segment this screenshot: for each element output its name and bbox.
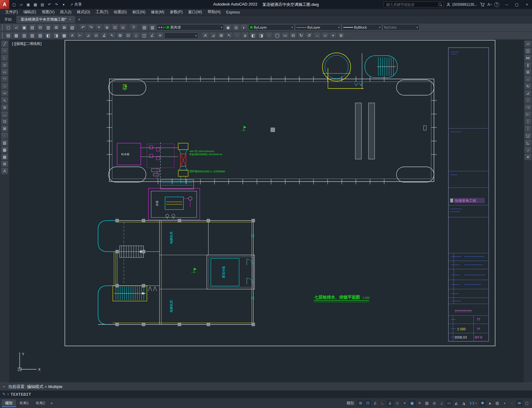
infer-constraints-icon[interactable]: ∠: [372, 400, 379, 406]
zoom-realtime-icon[interactable]: ⊕: [103, 24, 111, 31]
command-input-row[interactable]: ✎ ▾ TEXTEDIT: [0, 390, 532, 398]
list-icon[interactable]: ≣: [337, 32, 345, 39]
paste-icon[interactable]: ⊠: [61, 24, 68, 31]
point-style-icon[interactable]: ∙: [234, 32, 241, 39]
mirror-icon[interactable]: ⋈: [524, 55, 532, 61]
qnew-icon[interactable]: ▢: [11, 1, 18, 8]
layer-properties-icon[interactable]: ▤: [141, 24, 148, 31]
menu-dimension[interactable]: 标注(N): [130, 9, 148, 15]
layer-states-icon[interactable]: ▥: [149, 24, 156, 31]
quickcalc-icon[interactable]: ≡: [156, 32, 164, 39]
qat-customize-icon[interactable]: ▾: [60, 1, 67, 8]
distance-icon[interactable]: ↔: [313, 32, 321, 39]
pan-icon[interactable]: ⌖: [95, 24, 103, 31]
dynamic-input-icon[interactable]: ▭: [446, 400, 452, 406]
layout1-tab[interactable]: 布局1: [16, 399, 32, 407]
break-icon[interactable]: ┊: [524, 125, 532, 132]
new-layout-button[interactable]: +: [48, 401, 55, 406]
search-icon[interactable]: [438, 2, 442, 6]
dim-angular-icon[interactable]: ∡: [100, 32, 108, 39]
layer-match-icon[interactable]: ◎: [232, 24, 240, 31]
gradient-icon[interactable]: ▩: [1, 147, 8, 153]
menu-parametric[interactable]: 参数(P): [167, 9, 186, 15]
app-menu-button[interactable]: A: [0, 0, 9, 9]
otrack-icon[interactable]: ⌖: [401, 400, 408, 406]
block-editor-icon[interactable]: ◧: [45, 32, 52, 39]
line-icon[interactable]: ╱: [1, 41, 8, 47]
xref-icon[interactable]: ◨: [53, 32, 60, 39]
open-file-icon[interactable]: ▱: [13, 24, 20, 31]
markup-icon[interactable]: ▨: [37, 32, 44, 39]
break-at-point-icon[interactable]: ┆: [524, 118, 532, 125]
erase-icon[interactable]: ▱: [524, 41, 532, 47]
table-style-icon[interactable]: ⊞: [218, 32, 225, 39]
text-style-combo[interactable]: ▾: [164, 33, 198, 39]
quick-properties-icon[interactable]: ▤: [494, 400, 501, 406]
close-button[interactable]: ×: [522, 0, 532, 9]
dim-linear-icon[interactable]: ⊢: [77, 32, 84, 39]
trim-icon[interactable]: ⊣: [524, 104, 532, 111]
minimize-button[interactable]: ─: [502, 0, 512, 9]
search-input[interactable]: [384, 3, 438, 6]
draw-order-front-icon[interactable]: ◧: [250, 32, 257, 39]
polar-icon[interactable]: ∡: [387, 400, 393, 406]
osnap-icon[interactable]: ▣: [409, 400, 416, 406]
toolbar-grip[interactable]: [2, 25, 3, 30]
make-block-icon[interactable]: ⊠: [1, 125, 8, 132]
autodesk-apps-button[interactable]: A ▾: [487, 2, 492, 7]
explode-icon[interactable]: ∗: [524, 154, 532, 160]
layer-freeze-icon[interactable]: ●: [160, 26, 162, 29]
hatch-icon[interactable]: ▨: [1, 139, 8, 146]
mleader-style-icon[interactable]: ↖: [226, 32, 233, 39]
area-icon[interactable]: ▱: [321, 32, 329, 39]
text-style-icon[interactable]: A: [202, 32, 209, 39]
array-icon[interactable]: ⊞: [524, 69, 532, 76]
share-button[interactable]: ↗ 共享: [70, 2, 82, 7]
redo-tb-icon[interactable]: ↷: [87, 24, 95, 31]
help-toolbar-icon[interactable]: ?: [130, 24, 137, 31]
region-icon[interactable]: ▦: [1, 154, 8, 160]
menu-express[interactable]: Express: [223, 9, 243, 15]
multileader-icon[interactable]: ↖: [108, 32, 116, 39]
ellipse-icon[interactable]: ⊖: [1, 104, 8, 111]
isodraft-icon[interactable]: ◇: [394, 400, 401, 406]
publish-icon[interactable]: ▥: [45, 24, 52, 31]
isolate-objects-icon[interactable]: ◌: [509, 400, 515, 406]
help-search-box[interactable]: [384, 2, 444, 7]
annotation-scale-button[interactable]: 1:1 ▾: [468, 401, 479, 405]
scale-icon[interactable]: ⊿: [524, 90, 532, 97]
viewports-icon[interactable]: ⊟: [290, 32, 297, 39]
sheet-set-icon[interactable]: ▧: [29, 32, 36, 39]
menu-edit[interactable]: 编辑(E): [21, 9, 39, 15]
stretch-icon[interactable]: ↕: [524, 97, 532, 104]
save-file-icon[interactable]: ▣: [21, 24, 28, 31]
table-insert-icon[interactable]: ⊞: [116, 32, 124, 39]
toolbar-grip[interactable]: [2, 33, 3, 38]
dim-style-icon[interactable]: ⊿: [210, 32, 217, 39]
menu-tools[interactable]: 工具(T): [93, 9, 111, 15]
copy-clip-icon[interactable]: ⊞: [53, 24, 60, 31]
selection-cycling-icon[interactable]: ◎: [431, 400, 438, 406]
undo-icon[interactable]: ↶: [46, 1, 53, 8]
layer-on-icon[interactable]: ●: [158, 26, 160, 29]
help-button[interactable]: ?: [494, 2, 499, 7]
rectangle-icon[interactable]: ▭: [1, 69, 8, 76]
lineweight-display-icon[interactable]: ≡: [416, 400, 423, 406]
dynamic-ucs-icon[interactable]: ⊥: [438, 400, 445, 406]
layer-lock-icon[interactable]: ▪: [163, 26, 164, 29]
copy-icon[interactable]: ◫: [524, 48, 532, 54]
osnap-settings-icon[interactable]: ◇: [132, 32, 140, 39]
plot-print-icon[interactable]: ▤: [29, 24, 36, 31]
polygon-icon[interactable]: ◇: [1, 62, 8, 69]
table-icon[interactable]: ⊞: [1, 161, 8, 167]
fillet-icon[interactable]: ╭: [524, 147, 532, 153]
draw-order-back-icon[interactable]: ◨: [258, 32, 265, 39]
menu-draw[interactable]: 绘图(D): [111, 9, 129, 15]
menu-window[interactable]: 窗口(W): [185, 9, 205, 15]
model-tab[interactable]: 模型: [2, 399, 16, 407]
color-combo[interactable]: ByLayer ▾: [248, 24, 294, 30]
plotstyle-combo[interactable]: ByColor ▾: [383, 24, 420, 30]
menu-modify[interactable]: 修改(M): [148, 9, 167, 15]
command-customize-icon[interactable]: ✎: [2, 392, 6, 396]
units-icon[interactable]: ⌀: [242, 32, 249, 39]
